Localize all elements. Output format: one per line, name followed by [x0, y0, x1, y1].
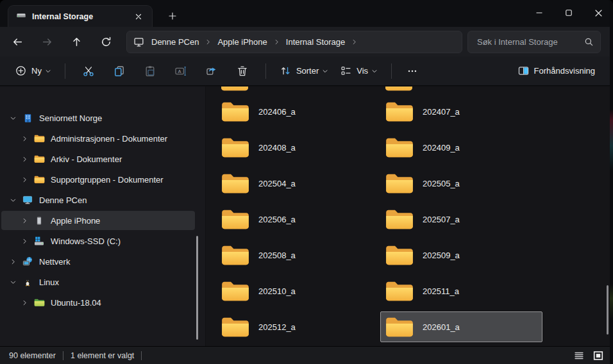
- chevron-down-icon[interactable]: [8, 113, 18, 123]
- chevron-right-icon[interactable]: [19, 133, 29, 144]
- chevron-down-icon: [45, 68, 51, 74]
- folder-tile[interactable]: 202505_a: [380, 168, 542, 199]
- sidebar-item-label: Windows-SSD (C:): [51, 236, 121, 246]
- sidebar-item-nettverk[interactable]: Nettverk: [1, 252, 195, 271]
- chevron-down-icon[interactable]: [8, 277, 18, 287]
- file-explorer-window: Internal Storage: [0, 0, 613, 364]
- folder-name: 202505_a: [423, 179, 460, 188]
- folder-tile[interactable]: 202506_a: [216, 204, 378, 235]
- sidebar-scrollbar[interactable]: [196, 236, 198, 340]
- breadcrumb-item[interactable]: Denne PCen: [147, 35, 203, 49]
- breadcrumb-item[interactable]: Internal Storage: [281, 35, 350, 49]
- explorer-tab[interactable]: Internal Storage: [8, 5, 153, 27]
- navigation-tree: Seniornett NorgeAdministrasjonen - Dokum…: [0, 107, 196, 313]
- sidebar-item-windows-ssd-c-[interactable]: Windows-SSD (C:): [1, 231, 195, 251]
- folder-tile[interactable]: 202511_a: [380, 276, 542, 306]
- cut-icon[interactable]: [74, 60, 103, 82]
- chevron-down-icon[interactable]: [8, 195, 18, 205]
- svg-text:A: A: [178, 68, 181, 74]
- folder-tile[interactable]: 202507_a: [380, 204, 542, 235]
- preview-toggle-button[interactable]: Forhåndsvisning: [512, 60, 604, 82]
- folder-tile[interactable]: 202504_a: [216, 168, 378, 199]
- folder-icon: [385, 136, 414, 159]
- chevron-right-icon[interactable]: [8, 256, 18, 267]
- refresh-icon[interactable]: [93, 30, 119, 53]
- drive-icon: [16, 10, 26, 23]
- folder-tile[interactable]: 202510_a: [216, 276, 378, 306]
- chevron-right-icon[interactable]: [19, 154, 29, 164]
- tab-close-icon[interactable]: [130, 8, 147, 25]
- sidebar-item-supportgruppen-dokumenter[interactable]: Supportgruppen - Dokumenter: [1, 170, 195, 189]
- new-button-label: Ny: [31, 66, 42, 76]
- folder-tile[interactable]: 202512_a: [216, 311, 378, 342]
- rename-icon[interactable]: A: [167, 60, 195, 82]
- details-view-icon[interactable]: [571, 349, 587, 363]
- back-icon[interactable]: [4, 30, 30, 53]
- close-icon[interactable]: [584, 0, 613, 26]
- folder-tile[interactable]: 202508_a: [216, 240, 378, 270]
- sidebar-item-arkiv-dokumenter[interactable]: Arkiv - Dokumenter: [1, 149, 195, 169]
- chevron-right-icon[interactable]: [205, 38, 212, 46]
- folder-tile[interactable]: 202409_a: [380, 132, 542, 163]
- folder-name: 202601_a: [423, 322, 460, 332]
- paste-icon[interactable]: [136, 60, 164, 82]
- sidebar-item-ubuntu-18-04[interactable]: Ubuntu-18.04: [1, 293, 195, 312]
- breadcrumb-item[interactable]: Apple iPhone: [213, 35, 271, 49]
- folder-tile[interactable]: 202601_a: [380, 311, 542, 342]
- sort-button[interactable]: Sorter: [274, 60, 334, 82]
- folder-icon: [221, 315, 250, 338]
- share-icon[interactable]: [197, 60, 226, 82]
- sidebar-item-label: Seniornett Norge: [39, 113, 102, 123]
- sidebar-item-apple-iphone[interactable]: Apple iPhone: [1, 211, 195, 230]
- new-tab-icon[interactable]: [164, 8, 181, 24]
- folder-icon: [221, 279, 250, 302]
- folder-name: 202408_a: [258, 143, 296, 153]
- main-scrollbar[interactable]: [607, 285, 609, 335]
- chevron-right-icon[interactable]: [19, 174, 29, 185]
- status-bar: 90 elementer 1 element er valgt: [0, 346, 613, 364]
- thumbnail-view-icon[interactable]: [590, 349, 607, 363]
- folder-name: 202406_a: [258, 107, 296, 117]
- folder-name: 202510_a: [258, 286, 296, 296]
- folder-icon: [221, 100, 250, 123]
- sidebar-item-label: Linux: [39, 277, 59, 287]
- sidebar-item-linux[interactable]: Linux: [1, 272, 195, 292]
- chevron-right-icon[interactable]: [351, 38, 358, 46]
- chevron-right-icon[interactable]: [273, 38, 280, 46]
- view-button[interactable]: Vis: [334, 60, 383, 82]
- forward-icon[interactable]: [34, 30, 60, 53]
- folder-tile[interactable]: 202408_a: [216, 132, 378, 163]
- sidebar-item-label: Supportgruppen - Dokumenter: [51, 175, 164, 185]
- folder-green-icon: [33, 297, 45, 308]
- toolbar-separator: [265, 63, 266, 79]
- folder-tile[interactable]: 202509_a: [380, 240, 542, 270]
- maximize-icon[interactable]: [554, 0, 584, 26]
- folder-name: 202507_a: [423, 215, 460, 224]
- folder-tile[interactable]: 202407_a: [380, 96, 542, 127]
- search-icon[interactable]: [584, 37, 594, 47]
- sidebar-item-administrasjonen-dokumenter[interactable]: Administrasjonen - Dokumenter: [1, 129, 195, 148]
- folder-icon: [33, 154, 45, 164]
- new-button[interactable]: Ny: [9, 60, 57, 82]
- chevron-right-icon[interactable]: [19, 236, 29, 246]
- up-icon[interactable]: [63, 30, 89, 53]
- breadcrumb[interactable]: Denne PCenApple iPhoneInternal Storage: [126, 31, 462, 53]
- file-list-pane: 202406_a 202407_a 202408_a 202409_a 2025…: [206, 87, 610, 346]
- folder-tile[interactable]: 202406_a: [216, 96, 378, 127]
- copy-icon[interactable]: [105, 60, 133, 82]
- search-input[interactable]: Søk i Internal Storage: [467, 31, 601, 53]
- sidebar-item-denne-pcen[interactable]: Denne PCen: [1, 190, 195, 210]
- more-options-icon[interactable]: [401, 60, 424, 82]
- view-button-label: Vis: [357, 66, 368, 76]
- minimize-icon[interactable]: [525, 0, 554, 26]
- chevron-right-icon[interactable]: [19, 215, 29, 226]
- tab-title: Internal Storage: [32, 12, 130, 21]
- folder-name: 202506_a: [258, 215, 296, 224]
- folder-icon: [385, 172, 414, 195]
- sidebar-item-seniornett-norge[interactable]: Seniornett Norge: [1, 108, 195, 128]
- chevron-down-icon: [322, 68, 328, 74]
- partial-folder-icon: [220, 87, 249, 93]
- chevron-right-icon[interactable]: [19, 297, 29, 308]
- delete-icon[interactable]: [228, 60, 256, 82]
- monitor-icon: [133, 37, 144, 47]
